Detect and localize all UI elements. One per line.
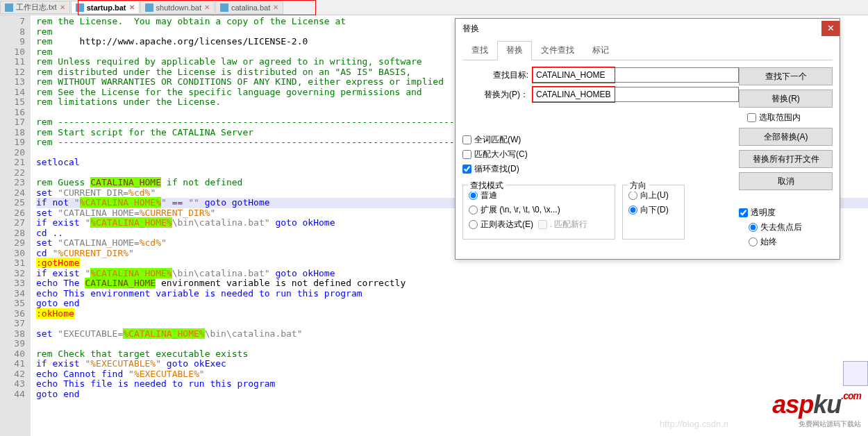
watermark-url: http://blog.csdn.n bbox=[660, 419, 728, 429]
line-gutter: 7891011121314151617181920212223242526272… bbox=[0, 15, 31, 436]
dialog-title: 替换 bbox=[462, 23, 479, 35]
tab-bar: 工作日志.txt✕ startup.bat✕ shutdown.bat✕ cat… bbox=[0, 0, 868, 15]
close-icon[interactable]: ✕ bbox=[60, 3, 65, 11]
tab-mark[interactable]: 标记 bbox=[583, 41, 618, 60]
in-selection-checkbox[interactable] bbox=[747, 113, 756, 122]
close-icon[interactable]: ✕ bbox=[129, 3, 135, 11]
close-icon[interactable]: ✕ bbox=[273, 3, 278, 11]
match-case-checkbox[interactable] bbox=[462, 150, 471, 159]
direction-group-label: 方向 bbox=[627, 180, 649, 192]
tab-startup[interactable]: startup.bat✕ bbox=[71, 1, 140, 14]
file-icon bbox=[76, 3, 84, 12]
tab-worklog[interactable]: 工作日志.txt✕ bbox=[0, 1, 70, 14]
dialog-titlebar[interactable]: 替换 ✕ bbox=[456, 19, 840, 38]
mode-extended-radio[interactable] bbox=[469, 206, 478, 215]
file-icon bbox=[145, 3, 153, 12]
tab-shutdown[interactable]: shutdown.bat✕ bbox=[140, 1, 215, 14]
replace-button[interactable]: 替换(R) bbox=[739, 90, 833, 108]
trans-focus-radio[interactable] bbox=[749, 223, 758, 232]
close-button[interactable]: ✕ bbox=[821, 21, 840, 36]
find-input[interactable] bbox=[533, 67, 739, 83]
watermark-logo: aspku.com 免费网站源码下载站 bbox=[772, 390, 861, 429]
file-icon bbox=[220, 3, 228, 12]
dialog-tabs: 查找 替换 文件查找 标记 bbox=[462, 41, 833, 60]
find-label: 查找目标: bbox=[462, 69, 528, 81]
regex-newline-checkbox bbox=[538, 220, 547, 229]
replace-input[interactable] bbox=[533, 87, 739, 102]
whole-word-checkbox[interactable] bbox=[462, 135, 471, 144]
replace-all-button[interactable]: 全部替换(A) bbox=[739, 128, 833, 146]
wrap-checkbox[interactable] bbox=[462, 165, 471, 174]
transparency-checkbox[interactable] bbox=[739, 208, 748, 217]
minimap-icon[interactable] bbox=[843, 361, 868, 386]
dir-down-radio[interactable] bbox=[628, 206, 637, 215]
mode-normal-radio[interactable] bbox=[469, 191, 478, 200]
replace-label: 替换为(P)： bbox=[462, 89, 528, 101]
tab-catalina[interactable]: catalina.bat✕ bbox=[215, 1, 283, 14]
replace-dialog: 替换 ✕ 查找 替换 文件查找 标记 查找目标: 替换为(P)： 全词匹配(W)… bbox=[455, 18, 840, 260]
tab-find[interactable]: 查找 bbox=[462, 41, 497, 60]
file-icon bbox=[5, 3, 13, 12]
replace-all-open-button[interactable]: 替换所有打开文件 bbox=[739, 150, 833, 168]
mode-regex-radio[interactable] bbox=[469, 220, 478, 229]
tab-find-in-files[interactable]: 文件查找 bbox=[532, 41, 583, 60]
close-icon[interactable]: ✕ bbox=[204, 3, 210, 11]
find-next-button[interactable]: 查找下一个 bbox=[739, 67, 833, 85]
tab-replace[interactable]: 替换 bbox=[497, 41, 532, 60]
cancel-button[interactable]: 取消 bbox=[739, 172, 833, 190]
dir-up-radio[interactable] bbox=[628, 191, 637, 200]
trans-always-radio[interactable] bbox=[749, 237, 758, 246]
mode-group-label: 查找模式 bbox=[467, 180, 506, 192]
